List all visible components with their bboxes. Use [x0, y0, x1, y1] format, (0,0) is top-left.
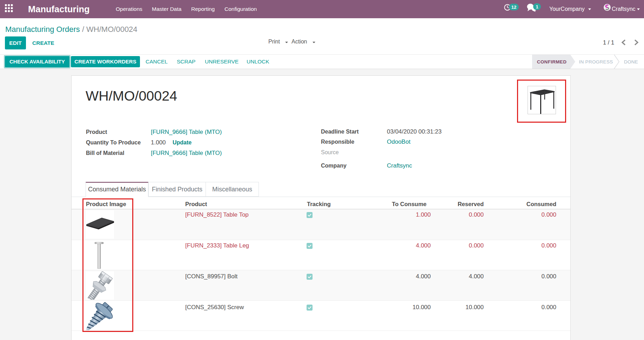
svg-text:12: 12 — [511, 5, 516, 10]
svg-text:DONE: DONE — [624, 59, 638, 64]
svg-text:IN PROGRESS: IN PROGRESS — [579, 59, 613, 64]
svg-text:1: 1 — [536, 4, 538, 9]
svg-text:CONFIRMED: CONFIRMED — [537, 59, 566, 64]
